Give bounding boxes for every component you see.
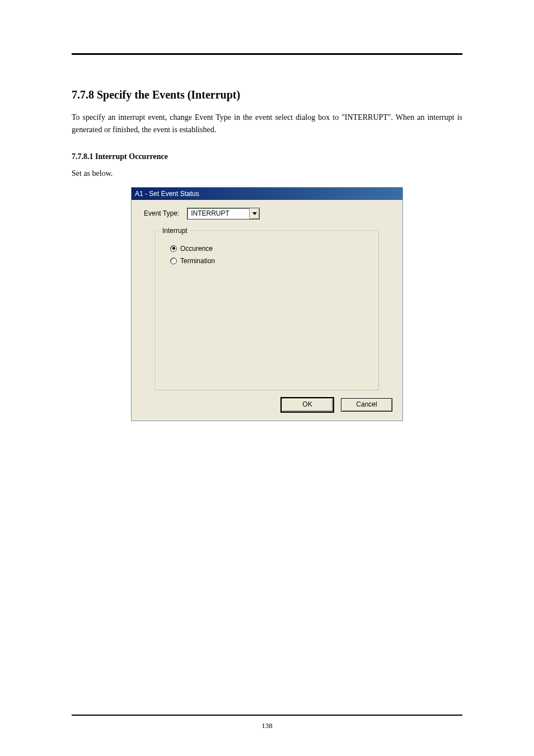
- dialog-titlebar[interactable]: A1 - Set Event Status: [132, 188, 402, 200]
- radio-occurence[interactable]: [170, 245, 177, 252]
- triangle-down-icon: [252, 212, 257, 215]
- section-body-text: To specify an interrupt event, change Ev…: [72, 111, 462, 137]
- dialog-button-row: OK Cancel: [132, 390, 402, 421]
- ok-button[interactable]: OK: [282, 398, 333, 412]
- subsection-text: Set as below.: [72, 169, 462, 178]
- page-number: 138: [0, 721, 534, 730]
- radio-termination-row[interactable]: Termination: [170, 257, 371, 265]
- cancel-button[interactable]: Cancel: [341, 398, 392, 412]
- section-heading: 7.7.8 Specify the Events (Interrupt): [72, 88, 462, 101]
- radio-occurence-row[interactable]: Occurence: [170, 245, 371, 253]
- interrupt-groupbox: Interrupt Occurence Termination: [155, 231, 379, 390]
- radio-occurence-label: Occurence: [180, 245, 213, 253]
- chevron-down-icon[interactable]: [249, 208, 259, 219]
- event-type-label: Event Type:: [144, 209, 179, 217]
- event-type-selected-value: INTERRUPT: [188, 208, 249, 219]
- radio-termination-label: Termination: [180, 257, 215, 265]
- dialog-title: A1 - Set Event Status: [135, 190, 199, 198]
- groupbox-label: Interrupt: [160, 227, 190, 235]
- top-divider: [72, 53, 462, 55]
- bottom-divider: [72, 715, 462, 716]
- page-content: 7.7.8 Specify the Events (Interrupt) To …: [72, 88, 462, 421]
- event-type-row: Event Type: INTERRUPT: [144, 208, 394, 220]
- subsection-heading: 7.7.8.1 Interrupt Occurrence: [72, 152, 462, 161]
- dialog-body: Event Type: INTERRUPT Interrupt Occurenc…: [132, 200, 402, 390]
- event-type-select[interactable]: INTERRUPT: [187, 208, 260, 220]
- radio-termination[interactable]: [170, 258, 177, 264]
- set-event-status-dialog: A1 - Set Event Status Event Type: INTERR…: [131, 187, 403, 421]
